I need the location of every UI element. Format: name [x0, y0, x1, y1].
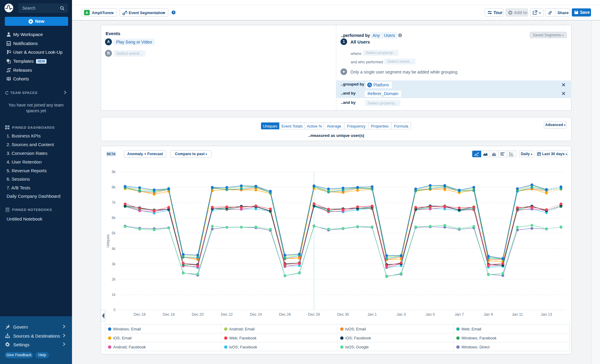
svg-text:7k: 7k [112, 200, 116, 205]
svg-text:Jan 9: Jan 9 [484, 312, 493, 317]
svg-text:Dec 18: Dec 18 [163, 312, 175, 317]
svg-text:Jan 3: Jan 3 [397, 312, 406, 317]
svg-text:4k: 4k [112, 247, 116, 251]
svg-text:Jan 13: Jan 13 [541, 312, 552, 317]
svg-text:Dec 30: Dec 30 [337, 312, 349, 317]
svg-text:2k: 2k [112, 277, 116, 281]
svg-text:Dec 28: Dec 28 [308, 312, 320, 317]
svg-text:Jan 1: Jan 1 [368, 312, 377, 317]
svg-text:Jan 5: Jan 5 [426, 312, 435, 317]
svg-text:Dec 16: Dec 16 [134, 312, 146, 317]
svg-text:9k: 9k [112, 170, 116, 174]
svg-text:Dec 26: Dec 26 [279, 312, 291, 317]
svg-text:Dec 24: Dec 24 [250, 312, 262, 317]
svg-text:Dec 22: Dec 22 [221, 312, 233, 317]
svg-text:3k: 3k [112, 262, 116, 266]
svg-text:Jan 7: Jan 7 [455, 312, 464, 317]
svg-text:6k: 6k [112, 216, 116, 220]
svg-text:1k: 1k [112, 293, 116, 297]
svg-text:Jan 11: Jan 11 [512, 312, 523, 317]
svg-text:8k: 8k [112, 185, 116, 189]
svg-text:0: 0 [113, 308, 116, 312]
svg-text:5k: 5k [112, 231, 116, 235]
svg-text:Dec 20: Dec 20 [192, 312, 204, 317]
svg-text:Uniques: Uniques [106, 234, 110, 248]
